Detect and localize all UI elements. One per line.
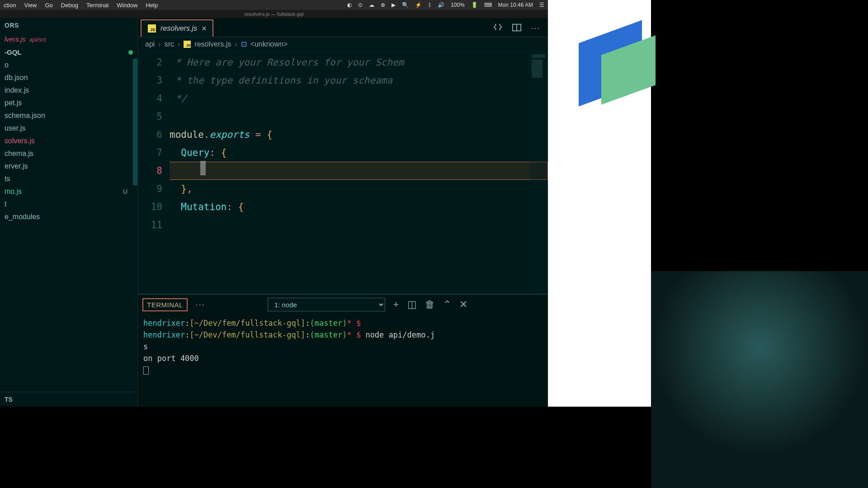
code-line[interactable]: }, [170, 180, 548, 198]
menu-item[interactable]: ction [4, 2, 16, 9]
code-line[interactable] [170, 216, 548, 234]
code-line[interactable]: Mutation: { [170, 198, 548, 216]
git-status-dot [128, 50, 133, 55]
battery-text: 100% [451, 2, 465, 8]
file-tree-item[interactable]: mo.jsU [0, 185, 137, 198]
terminal-tab[interactable]: TERMINAL [142, 298, 188, 311]
menu-item[interactable]: View [24, 2, 37, 9]
split-editor-icon[interactable] [512, 23, 522, 33]
file-tree-item[interactable]: index.js [0, 84, 137, 97]
breadcrumb-part[interactable]: api [145, 40, 155, 48]
search-icon[interactable]: 🔍 [402, 2, 409, 8]
js-file-icon: JS [148, 24, 156, 33]
terminal-cursor [143, 366, 149, 375]
file-tree-item[interactable]: erver.js [0, 160, 137, 173]
file-tree-item[interactable]: user.js [0, 122, 137, 135]
tab-label: resolvers.js [160, 24, 197, 33]
code-line[interactable]: */ [170, 89, 548, 108]
mac-menubar: ction View Go Debug Terminal Window Help… [0, 0, 548, 10]
tray-icon[interactable]: ⊕ [381, 2, 385, 8]
presenter-webcam [651, 271, 868, 488]
terminal-output[interactable]: hendrixer:[~/Dev/fem/fullstack-gql]:(mas… [138, 314, 548, 407]
menu-item[interactable]: Go [45, 2, 52, 9]
code-line[interactable]: Query: { [170, 144, 548, 162]
compare-icon[interactable] [493, 23, 503, 33]
wifi-icon[interactable]: ⚡ [415, 2, 422, 8]
project-name: -GQL [5, 48, 22, 56]
js-file-icon: JS [184, 41, 191, 48]
battery-icon[interactable]: 🔋 [471, 2, 478, 8]
input-icon[interactable]: ⌨ [484, 2, 492, 8]
window-title: resolvers.js — fullstack-gql [245, 11, 304, 17]
terminal-select[interactable]: 1: node [268, 298, 385, 311]
tray-icon[interactable]: ☁ [369, 2, 374, 8]
clock[interactable]: Mon 10:46 AM [498, 2, 533, 8]
editor-tab[interactable]: JS resolvers.js × [141, 19, 213, 37]
split-terminal-icon[interactable]: ◫ [407, 299, 417, 310]
menu-item[interactable]: Help [146, 2, 158, 9]
code-line[interactable] [170, 162, 548, 180]
sidebar-section-editors[interactable]: ORS [0, 18, 137, 33]
code-editor[interactable]: 234567891011 * Here are your Resolvers f… [138, 52, 548, 294]
background [0, 407, 651, 488]
terminal-command: node api/demo.j [365, 330, 435, 339]
menu-item[interactable]: Terminal [86, 2, 108, 9]
chevron-right-icon: › [178, 40, 180, 48]
more-actions-icon[interactable]: ⋯ [531, 23, 541, 33]
file-tree-item[interactable]: solvers.js [0, 135, 137, 147]
breadcrumb-part[interactable]: src [165, 40, 174, 48]
editor-tab-bar: JS resolvers.js × ⋯ [138, 18, 548, 37]
code-line[interactable]: module.exports = { [170, 126, 548, 144]
explorer-sidebar: ORS lvers.js api/src -GQL odb.jsonindex.… [0, 18, 138, 407]
file-tree-item[interactable]: o [0, 59, 137, 71]
kill-terminal-icon[interactable]: 🗑 [425, 299, 435, 310]
scrollbar-thumb[interactable] [133, 59, 137, 185]
tray-icon[interactable]: ⊙ [358, 2, 363, 8]
menu-item[interactable]: Debug [61, 2, 78, 9]
sidebar-section-bottom[interactable]: TS [0, 392, 137, 407]
symbol-icon: ⊡ [241, 40, 247, 48]
file-tree-item[interactable]: ts [0, 173, 137, 185]
close-panel-icon[interactable]: ✕ [459, 299, 467, 310]
file-tree-item[interactable]: pet.js [0, 97, 137, 109]
file-tree-item[interactable]: t [0, 198, 137, 211]
open-file-path: api/src [29, 36, 47, 43]
open-file-name: lvers.js [5, 35, 26, 43]
code-line[interactable]: * the type definitions in your scheama [170, 71, 548, 89]
file-tree-item[interactable]: e_modules [0, 211, 137, 223]
sidebar-project-header[interactable]: -GQL [0, 46, 137, 59]
breadcrumb-bar[interactable]: api › src › JS resolvers.js › ⊡ <unknown… [138, 37, 548, 52]
text-cursor [200, 161, 206, 175]
bluetooth-icon[interactable]: ᛒ [428, 2, 431, 8]
breadcrumb-symbol[interactable]: <unknown> [250, 40, 288, 48]
file-tree-item[interactable]: db.json [0, 71, 137, 84]
file-tree-item[interactable]: chema.js [0, 147, 137, 160]
terminal-line: on port 4000 [143, 352, 542, 364]
menu-item[interactable]: Window [117, 2, 137, 9]
volume-icon[interactable]: 🔊 [438, 2, 444, 8]
open-editor-item[interactable]: lvers.js api/src [0, 33, 137, 46]
new-terminal-icon[interactable]: + [393, 299, 399, 310]
maximize-panel-icon[interactable]: ⌃ [443, 299, 451, 310]
chevron-right-icon: › [158, 40, 160, 48]
terminal-line: s [143, 341, 542, 352]
window-titlebar: resolvers.js — fullstack-gql [0, 10, 548, 18]
close-tab-icon[interactable]: × [202, 24, 207, 33]
minimap[interactable] [530, 52, 548, 294]
file-tree: odb.jsonindex.jspet.jsschema.jsonuser.js… [0, 59, 137, 392]
breadcrumb-part[interactable]: resolvers.js [194, 40, 231, 48]
file-tree-item[interactable]: schema.json [0, 109, 137, 122]
chevron-right-icon: › [235, 40, 237, 48]
code-line[interactable] [170, 108, 548, 126]
tray-icon[interactable]: ◐ [347, 2, 352, 8]
menu-icon[interactable]: ☰ [539, 2, 544, 8]
more-tabs-icon[interactable]: ··· [196, 300, 205, 310]
code-line[interactable]: * Here are your Resolvers for your Schem [170, 53, 548, 71]
tray-icon[interactable]: ▶ [392, 2, 396, 8]
terminal-panel: TERMINAL ··· 1: node + ◫ 🗑 ⌃ ✕ hendrixer… [138, 294, 548, 407]
